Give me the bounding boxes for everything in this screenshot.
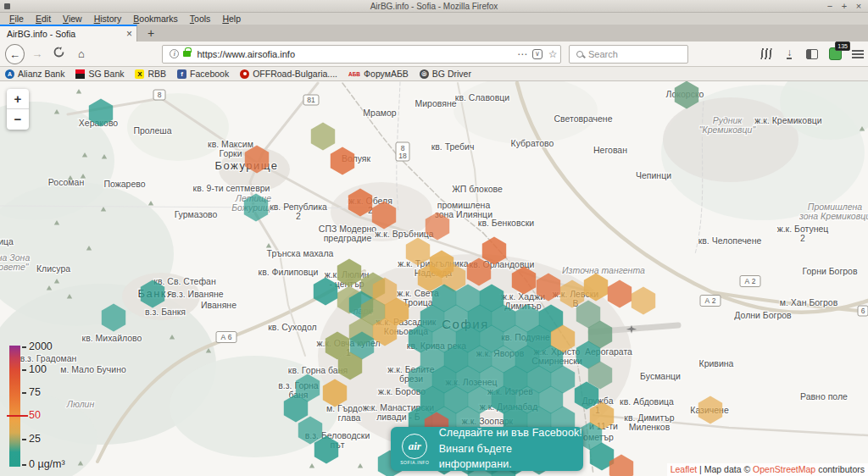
map-label: Негован [593, 145, 627, 155]
new-tab-button[interactable]: + [142, 25, 160, 42]
library-button[interactable] [757, 44, 776, 64]
page-actions-icon[interactable]: ⋯ [515, 48, 530, 60]
bookmark-sg-bank[interactable]: SG Bank [75, 69, 124, 79]
url-text[interactable]: https://www.airsofia.info [197, 49, 515, 59]
map-label: ж.к. Кремиковци [754, 115, 821, 125]
hexbin-cell[interactable] [311, 123, 335, 151]
bookmark-label: Alianz Bank [18, 69, 64, 79]
library-icon [760, 48, 771, 59]
menu-item-history[interactable]: History [88, 13, 128, 25]
back-button[interactable]: ← [5, 44, 25, 64]
maximize-button[interactable]: + [838, 0, 850, 13]
menu-item-help[interactable]: Help [216, 13, 247, 25]
openstreetmap-link[interactable]: OpenStreetMap [753, 464, 815, 474]
home-button[interactable]: ⌂ [71, 44, 91, 64]
leaflet-link[interactable]: Leaflet [670, 464, 698, 474]
tab-title: AirBG.info - Sofia [7, 29, 75, 39]
map-label: Равно поле [800, 391, 848, 401]
bookmark-label: BG Driver [432, 69, 471, 79]
hexbin-cell[interactable] [698, 396, 722, 424]
search-bar[interactable]: Search [569, 45, 688, 64]
peak-triangle-icon [358, 463, 363, 468]
bookmark-offroad[interactable]: OFFRoad-Bulgaria.... [240, 69, 337, 79]
bookmark-allianz[interactable]: AAlianz Bank [5, 69, 64, 79]
map-label: м. Хан Богров [780, 297, 838, 307]
bookmark-facebook[interactable]: fFacebook [177, 69, 229, 79]
road-shield-label: А 2 [745, 277, 756, 285]
secure-lock-icon[interactable] [183, 51, 191, 57]
sidebar-button[interactable] [803, 44, 822, 64]
zoom-in-button[interactable]: + [7, 89, 29, 109]
bookmark-forum-abv[interactable]: АБВФорумАБВ [348, 69, 409, 79]
map-label: Горни Богров [802, 266, 857, 276]
peak-triangle-icon [148, 201, 153, 206]
peak-triangle-icon [76, 89, 81, 94]
hexbin-cell[interactable] [632, 287, 655, 315]
hexbin-cell[interactable] [608, 280, 632, 308]
map-label: Мрамор [363, 108, 396, 118]
map-label: Кривина [699, 358, 734, 368]
legend-tick [22, 346, 26, 348]
rbb-icon: X [135, 69, 144, 79]
forward-button[interactable]: → [27, 44, 47, 64]
bookmark-star-icon[interactable]: ☆ [545, 48, 560, 60]
map-label: Източна тангента [562, 265, 645, 275]
map-viewport[interactable]: РосоманПролешаХераковокв. МаксимГоркиБож… [0, 81, 868, 476]
map-label: Росоман [48, 177, 85, 187]
map-label: кв. Република2 [270, 202, 327, 221]
downloads-button[interactable]: ↓ [780, 44, 799, 64]
page-info-icon[interactable]: i [170, 49, 179, 58]
search-icon [576, 51, 583, 58]
firefox-window: { "window": {"title": "AirBG.info - Sofi… [0, 0, 868, 476]
navigation-toolbar: ← → ⌂ i https://www.airsofia.info ⋯ ∨ ☆ … [0, 42, 868, 67]
map-label: Люлин [66, 399, 95, 409]
bookmark-rbb[interactable]: XRBB [135, 69, 166, 79]
reload-button[interactable] [49, 44, 69, 64]
air-quality-hexbin-map[interactable]: РосоманПролешаХераковокв. МаксимГоркиБож… [0, 81, 868, 476]
map-label: кв. Челопечене [698, 235, 762, 246]
extension-button[interactable]: 135 [826, 44, 845, 64]
bookmark-bg-driver[interactable]: ◎BG Driver [420, 69, 471, 79]
tab-bar: AirBG.info - Sofia × + [0, 25, 868, 42]
road-shield-label: 8 [158, 91, 162, 99]
peak-triangle-icon [309, 463, 314, 468]
reload-icon [53, 47, 64, 58]
map-label: Бусманци [640, 371, 681, 381]
map-label: кв. Бенковски [478, 218, 534, 228]
url-bar[interactable]: i https://www.airsofia.info ⋯ ∨ ☆ [162, 45, 561, 64]
menu-item-tools[interactable]: Tools [184, 13, 217, 25]
download-icon: ↓ [787, 48, 792, 59]
map-label: Мировяне [415, 98, 456, 108]
hexbin-cell[interactable] [331, 147, 354, 175]
airsofia-logo: air SOFIA.INFO [398, 434, 431, 465]
bookmark-label: ФорумАБВ [364, 69, 409, 79]
zoom-out-button[interactable]: − [7, 109, 29, 130]
window-title: AirBG.info - Sofia - Mozilla Firefox [370, 2, 498, 11]
map-label: Кубратово [511, 138, 554, 148]
tab-close-icon[interactable]: × [126, 26, 132, 42]
close-window-button[interactable]: × [853, 0, 865, 13]
map-label: м. Мало Бучино [60, 364, 126, 374]
menu-item-view[interactable]: View [57, 13, 88, 25]
facebook-banner[interactable]: air SOFIA.INFO Следвайте ни във Facebook… [391, 427, 583, 471]
menu-item-edit[interactable]: Edit [30, 13, 57, 25]
menu-button[interactable] [849, 44, 868, 64]
legend-label: 25 [29, 433, 41, 445]
search-placeholder: Search [588, 49, 618, 59]
pocket-icon[interactable]: ∨ [532, 49, 542, 59]
window-icon [4, 3, 10, 9]
minimize-button[interactable]: − [824, 0, 836, 13]
facebook-icon: f [177, 69, 186, 79]
terrain-blob [663, 97, 798, 182]
map-label: кв. Михайлово [82, 333, 142, 343]
map-label: Трънска махала [267, 248, 334, 258]
menu-item-file[interactable]: File [3, 13, 30, 25]
map-label: СПЗ Модернопредградие [319, 224, 376, 243]
map-label: в.з. Иваняне [171, 289, 223, 299]
legend-tick [22, 392, 26, 394]
menu-item-bookmarks[interactable]: Bookmarks [127, 13, 184, 25]
map-label: Долни Богров [734, 310, 792, 320]
tab-airbg[interactable]: AirBG.info - Sofia × [0, 25, 137, 42]
bookmark-label: SG Bank [88, 69, 124, 79]
road-shield-label: А 6 [221, 333, 232, 341]
